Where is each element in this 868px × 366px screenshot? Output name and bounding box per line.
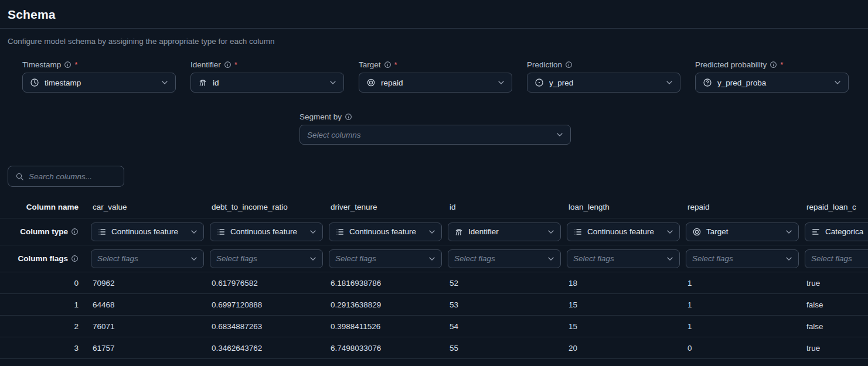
column-type-select[interactable]: Continuous feature [210,223,323,241]
chevron-down-icon [189,254,199,264]
search-input[interactable] [29,172,117,181]
column-type-value: Target [706,227,780,236]
chevron-down-icon [833,78,842,87]
predicted-probability-selector: Predicted probability * y_pred_proba [695,60,849,93]
chevron-down-icon [784,227,794,237]
column-type-select[interactable]: Continuous feature [567,223,680,241]
column-name: repaid_loan_c [797,203,868,211]
identifier-selector: Identifier * id [190,60,344,93]
column-type-select[interactable]: Continuous feature [329,223,442,241]
title-divider [0,28,868,29]
column-name: repaid [678,203,797,211]
target-selector: Target * repaid [359,60,512,93]
list-icon [335,227,345,237]
timestamp-select[interactable]: timestamp [22,73,176,93]
column-name-header: Column name [0,203,83,211]
search-box[interactable] [8,166,124,187]
chevron-down-icon [160,78,169,87]
column-type-select[interactable]: Identifier [448,223,561,241]
category-icon [811,227,821,237]
table-cell: 55 [440,344,559,353]
column-name: debt_to_income_ratio [202,203,321,211]
segment-by-row: Segment by Select columns [299,112,868,145]
column-type-value: Categorica [825,227,868,236]
predicted-probability-label-text: Predicted probability [695,60,767,69]
table-cell: 76071 [83,322,202,331]
required-asterisk: * [234,60,237,69]
schema-table: Column name car_value debt_to_income_rat… [0,196,868,359]
chevron-down-icon [665,254,675,264]
column-type-select[interactable]: Categorica [805,223,868,241]
table-cell: 15 [559,300,678,309]
identifier-select[interactable]: id [190,73,344,93]
column-type-value: Identifier [468,227,542,236]
row-index: 3 [0,344,83,353]
timestamp-label: Timestamp * [22,60,176,69]
prediction-label: Prediction [527,60,680,69]
target-select[interactable]: repaid [359,73,512,93]
column-type-select[interactable]: Continuous feature [91,223,204,241]
table-cell: false [797,300,868,309]
list-icon [97,227,107,237]
segment-by-placeholder: Select columns [307,131,550,139]
identifier-select-value: id [213,78,323,87]
segment-by-select[interactable]: Select columns [299,125,571,145]
column-name: loan_length [559,203,678,211]
target-label-text: Target [359,60,381,69]
row-index: 2 [0,322,83,331]
table-cell: 0.3462643762 [202,344,321,353]
chevron-down-icon [546,254,556,264]
target-icon [692,227,702,237]
table-cell: 1 [678,322,797,331]
table-cell: 53 [440,300,559,309]
column-flags-placeholder: Select flags [335,254,423,263]
identifier-label: Identifier * [190,60,344,69]
column-type-select[interactable]: Target [686,223,799,241]
segment-by-label: Segment by [299,112,571,121]
column-flags-placeholder: Select flags [454,254,542,263]
column-flags-select[interactable]: Select flags [329,249,442,268]
predicted-probability-label: Predicted probability * [695,60,849,69]
table-cell: 0 [678,344,797,353]
fingerprint-icon [198,78,207,87]
column-flags-select[interactable]: Select flags [805,249,868,268]
column-flags-select[interactable]: Select flags [567,249,680,268]
column-name-row: Column name car_value debt_to_income_rat… [0,196,868,218]
row-index: 0 [0,279,83,288]
table-cell: true [797,279,868,288]
required-asterisk: * [780,60,783,69]
prediction-select[interactable]: y_pred [527,73,680,93]
table-cell: 0.2913638829 [321,300,440,309]
table-row: 2760710.68348872630.398841152654151false [0,316,868,337]
column-flags-placeholder: Select flags [97,254,185,263]
list-icon [573,227,583,237]
info-icon [384,61,392,69]
table-cell: false [797,322,868,331]
table-cell: 0.617976582 [202,279,321,288]
column-flags-select[interactable]: Select flags [686,249,799,268]
column-type-value: Continuous feature [111,227,185,236]
table-row: 1644680.69971208880.291363882953151false [0,294,868,316]
column-flags-select[interactable]: Select flags [210,249,323,268]
column-flags-select[interactable]: Select flags [448,249,561,268]
column-flags-header-text: Column flags [18,254,68,263]
chevron-down-icon [496,78,506,87]
target-select-value: repaid [381,78,491,87]
target-label: Target * [359,60,512,69]
prediction-selector: Prediction y_pred [527,60,680,93]
column-flags-select[interactable]: Select flags [91,249,204,268]
table-cell: 61757 [83,344,202,353]
column-name: driver_tenure [321,203,440,211]
info-icon [71,255,79,262]
chevron-down-icon [308,254,318,264]
chevron-down-icon [546,227,556,237]
chevron-down-icon [328,78,338,87]
column-flags-placeholder: Select flags [811,254,868,263]
fingerprint-icon [454,227,464,237]
predicted-probability-select[interactable]: y_pred_proba [695,73,849,93]
segment-by-selector: Segment by Select columns [299,112,571,145]
page-title: Schema [0,0,868,28]
required-asterisk: * [74,60,77,69]
table-cell: 20 [559,344,678,353]
identifier-label-text: Identifier [190,60,221,69]
